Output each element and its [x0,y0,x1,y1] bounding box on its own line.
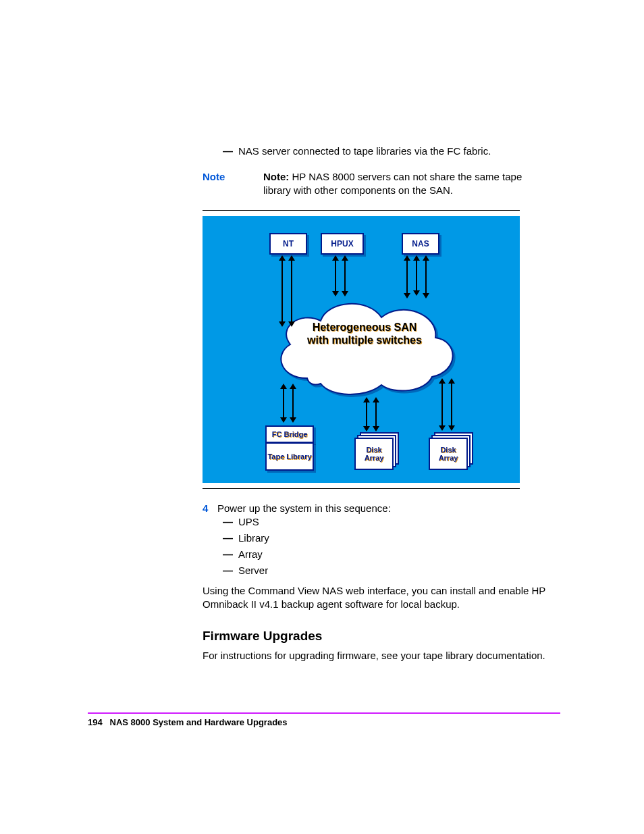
footer-title: NAS 8000 System and Hardware Upgrades [110,717,288,727]
box-nt: NT [269,233,307,255]
heading-firmware-upgrades: Firmware Upgrades [203,629,560,644]
footer-rule [88,712,560,714]
dash-icon: — [223,145,233,157]
note-block: Note Note: HP NAS 8000 servers can not s… [203,170,560,197]
step-4: 4 Power up the system in this sequence: [203,502,560,514]
page-number: 194 [88,717,103,727]
arrows-nt [279,255,295,327]
cloud-label: Heterogeneous SAN with multiple switches [304,321,425,346]
box-fcbridge: FC Bridge [265,425,314,443]
page-content: — NAS server connected to tape libraries… [88,145,560,662]
note-body: HP NAS 8000 servers can not share the sa… [263,171,522,196]
list-item: —UPS [223,514,560,530]
page-footer: 194 NAS 8000 System and Hardware Upgrade… [88,717,288,727]
bullet-text: NAS server connected to tape libraries v… [238,145,491,157]
list-item: —Array [223,546,560,563]
rule-top [203,210,520,211]
note-label: Note [203,170,263,197]
stack-disk1: Disk Array [354,432,396,467]
dash-icon: — [223,546,233,563]
arrows-tape [280,384,296,423]
power-sequence-list: —UPS —Library —Array —Server [223,514,560,579]
box-tapelib: Tape Library [265,442,314,471]
list-item: —Server [223,563,560,579]
paragraph-firmware: For instructions for upgrading firmware,… [203,649,560,662]
arrows-nas [404,255,429,298]
list-item: —Library [223,530,560,546]
arrows-hpux [332,255,348,296]
dash-icon: — [223,514,233,530]
box-hpux: HPUX [321,233,364,255]
rule-bottom [203,488,520,489]
step-number: 4 [203,502,217,514]
arrows-disk2 [439,378,455,431]
note-text: Note: HP NAS 8000 servers can not share … [263,170,533,197]
dash-icon: — [223,563,233,579]
stack-disk2: Disk Array [429,432,471,467]
note-bold: Note: [263,171,289,182]
bullet-item: — NAS server connected to tape libraries… [223,145,560,157]
arrows-disk1 [363,397,379,432]
box-nas: NAS [402,233,439,255]
dash-icon: — [223,530,233,546]
paragraph-omniback: Using the Command View NAS web interface… [203,584,560,612]
san-diagram: NT HPUX NAS Heterogeneous SAN with multi… [203,216,520,483]
step-text: Power up the system in this sequence: [217,502,391,514]
